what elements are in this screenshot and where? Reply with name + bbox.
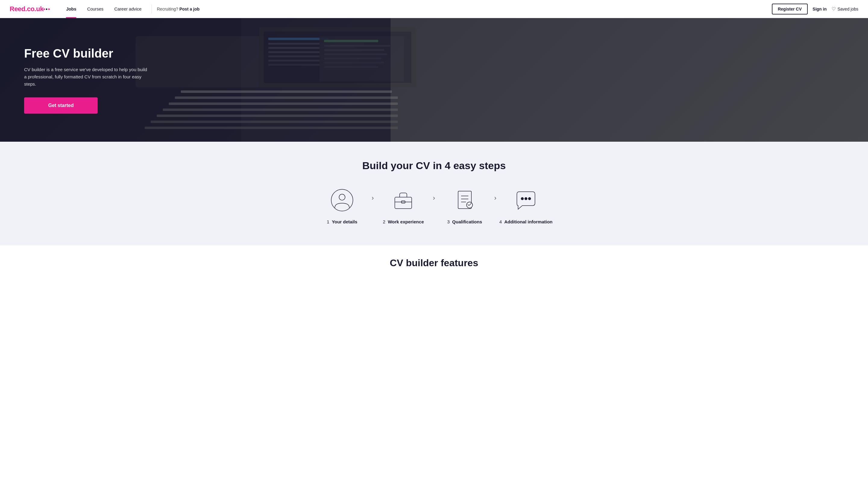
step-arrow-2: ›: [433, 194, 435, 202]
site-header: Reed.co.uk Jobs Courses Career advice Re…: [0, 0, 868, 18]
register-cv-button[interactable]: Register CV: [772, 4, 808, 15]
svg-rect-22: [324, 49, 384, 51]
svg-rect-6: [157, 115, 398, 117]
step-3-icon: [451, 187, 478, 214]
header-actions: Register CV Sign in ♡ Saved jobs: [772, 4, 858, 15]
main-nav: Jobs Courses Career advice Recruiting? P…: [60, 0, 771, 18]
hero-content: Free CV builder CV builder is a free ser…: [0, 46, 175, 114]
svg-rect-8: [145, 126, 398, 129]
svg-point-40: [525, 198, 527, 200]
step-1-label: 1 Your details: [327, 219, 357, 224]
saved-jobs-link[interactable]: ♡ Saved jobs: [832, 6, 858, 12]
svg-rect-20: [324, 40, 378, 42]
hero-subtitle: CV builder is a free service we've devel…: [24, 66, 151, 88]
logo-text: Reed.co.uk: [10, 5, 44, 13]
step-2: 2 Work experience: [376, 187, 430, 224]
sign-in-button[interactable]: Sign in: [813, 7, 827, 12]
svg-rect-2: [181, 90, 392, 93]
step-2-label: 2 Work experience: [383, 219, 424, 224]
svg-rect-21: [324, 45, 390, 47]
nav-item-jobs[interactable]: Jobs: [60, 0, 82, 18]
step-2-icon: [390, 187, 417, 214]
svg-point-41: [528, 198, 531, 200]
steps-section: Build your CV in 4 easy steps 1 Your det…: [0, 142, 868, 245]
svg-rect-3: [175, 97, 398, 99]
svg-rect-4: [169, 102, 398, 105]
svg-point-39: [521, 198, 523, 200]
svg-rect-7: [151, 121, 398, 123]
svg-rect-25: [324, 62, 384, 64]
step-4: 4 Additional information: [499, 187, 553, 224]
svg-rect-1: [390, 18, 868, 142]
step-3-label: 3 Qualifications: [447, 219, 482, 224]
svg-rect-26: [324, 66, 378, 68]
hero-section: Free CV builder CV builder is a free ser…: [0, 18, 868, 142]
nav-item-career-advice[interactable]: Career advice: [109, 0, 147, 18]
logo-dots: [44, 8, 50, 10]
heart-icon: ♡: [832, 6, 836, 12]
step-4-label: 4 Additional information: [499, 219, 553, 224]
recruiting-text: Recruiting? Post a job: [157, 7, 199, 12]
nav-divider: [152, 4, 152, 14]
get-started-button[interactable]: Get started: [24, 97, 98, 114]
step-3: 3 Qualifications: [438, 187, 492, 224]
nav-item-courses[interactable]: Courses: [82, 0, 109, 18]
steps-row: 1 Your details › 2 Wo: [298, 187, 570, 224]
hero-title: Free CV builder: [24, 46, 151, 61]
logo[interactable]: Reed.co.uk: [10, 5, 50, 13]
step-1-icon: [329, 187, 355, 214]
bottom-teaser-title: CV builder features: [10, 257, 858, 269]
step-arrow-1: ›: [371, 194, 374, 202]
svg-rect-29: [395, 197, 412, 209]
step-arrow-3: ›: [494, 194, 497, 202]
step-1: 1 Your details: [315, 187, 369, 224]
svg-point-28: [339, 194, 345, 200]
svg-rect-5: [163, 108, 398, 111]
post-job-link[interactable]: Post a job: [179, 7, 199, 12]
svg-rect-24: [324, 57, 381, 59]
bottom-teaser-section: CV builder features: [0, 245, 868, 275]
step-4-icon: [513, 187, 539, 214]
steps-title: Build your CV in 4 easy steps: [10, 160, 858, 172]
svg-rect-23: [324, 53, 387, 55]
